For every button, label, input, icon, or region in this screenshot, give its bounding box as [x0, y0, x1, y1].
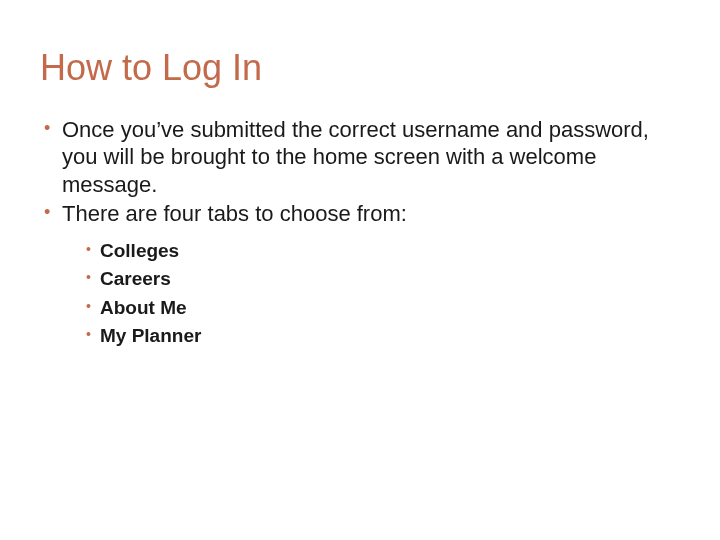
sub-bullet-list: Colleges Careers About Me My Planner — [62, 238, 680, 350]
list-item: Colleges — [86, 238, 680, 265]
sub-bullet-text: Colleges — [100, 240, 179, 261]
list-item: About Me — [86, 295, 680, 322]
bullet-text: There are four tabs to choose from: — [62, 201, 407, 226]
sub-bullet-text: Careers — [100, 268, 171, 289]
bullet-text: Once you’ve submitted the correct userna… — [62, 117, 649, 197]
list-item: There are four tabs to choose from: Coll… — [44, 200, 680, 350]
list-item: My Planner — [86, 323, 680, 350]
sub-bullet-text: About Me — [100, 297, 187, 318]
list-item: Careers — [86, 266, 680, 293]
sub-bullet-text: My Planner — [100, 325, 201, 346]
slide: How to Log In Once you’ve submitted the … — [0, 0, 720, 540]
slide-title: How to Log In — [40, 48, 680, 88]
list-item: Once you’ve submitted the correct userna… — [44, 116, 680, 199]
bullet-list: Once you’ve submitted the correct userna… — [40, 116, 680, 350]
